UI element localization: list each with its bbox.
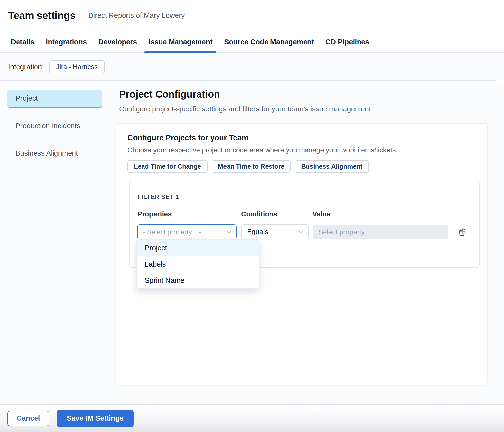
filter-set-card: FILTER SET 1 Properties Conditions Value… (129, 181, 480, 268)
content-area: Project Production Incidents Business Al… (0, 81, 504, 404)
dropdown-option-project[interactable]: Project (137, 240, 259, 256)
integration-badge[interactable]: Jira - Harness (49, 60, 105, 73)
chip-mean-time-to-restore[interactable]: Mean Time to Restore (212, 160, 291, 173)
tab-integrations[interactable]: Integrations (46, 32, 87, 52)
footer-action-bar: Cancel Save IM Settings (0, 404, 504, 432)
title-separator (82, 10, 82, 21)
section-title: Project Configuration (119, 89, 220, 100)
cancel-button[interactable]: Cancel (7, 411, 49, 426)
page-title: Team settings (8, 10, 75, 21)
value-column-label: Value (312, 210, 330, 218)
tab-developers[interactable]: Developers (98, 32, 137, 52)
value-input[interactable] (313, 225, 448, 239)
trash-icon (456, 227, 467, 237)
header: Team settings Direct Reports of Mary Low… (0, 0, 504, 31)
sidebar-item-project[interactable]: Project (7, 90, 102, 108)
card-subtitle: Choose your respective project or code a… (127, 146, 398, 154)
chip-business-alignment[interactable]: Business Alignment (295, 160, 369, 173)
properties-column-label: Properties (138, 210, 172, 218)
chevron-down-icon (298, 229, 304, 235)
section-subtitle: Configure project-specific settings and … (119, 105, 373, 113)
integration-row: Integration: Jira - Harness (0, 53, 504, 80)
chevron-down-icon (226, 229, 232, 235)
tab-source-code-management[interactable]: Source Code Management (224, 32, 314, 52)
tab-issue-management[interactable]: Issue Management (148, 32, 212, 52)
configure-projects-card: Configure Projects for your Team Choose … (116, 123, 488, 385)
delete-filter-button[interactable] (456, 226, 468, 238)
filter-set-title: FILTER SET 1 (138, 193, 179, 200)
save-im-settings-button[interactable]: Save IM Settings (57, 410, 134, 427)
condition-select[interactable]: Equals (241, 224, 309, 239)
card-title: Configure Projects for your Team (127, 133, 248, 142)
condition-select-value: Equals (247, 228, 268, 236)
chip-lead-time-for-change[interactable]: Lead Time for Change (127, 160, 208, 173)
tab-cd-pipelines[interactable]: CD Pipelines (325, 32, 369, 52)
property-dropdown-menu: Project Labels Sprint Name (136, 239, 259, 289)
main-panel: Project Configuration Configure project-… (110, 81, 504, 404)
sidebar: Project Production Incidents Business Al… (0, 81, 110, 392)
sidebar-item-production-incidents[interactable]: Production Incidents (7, 118, 102, 134)
page-subtitle: Direct Reports of Mary Lowery (88, 11, 185, 19)
metric-chip-group: Lead Time for Change Mean Time to Restor… (127, 160, 369, 173)
tab-bar: Details Integrations Developers Issue Ma… (0, 32, 504, 53)
conditions-column-label: Conditions (241, 210, 277, 218)
sidebar-item-business-alignment[interactable]: Business Alignment (7, 145, 102, 161)
integration-label: Integration: (8, 63, 44, 71)
tab-details[interactable]: Details (11, 32, 34, 52)
property-select[interactable]: - Select property... - (137, 224, 237, 240)
team-settings-page: Team settings Direct Reports of Mary Low… (0, 0, 504, 432)
dropdown-option-labels[interactable]: Labels (137, 256, 259, 272)
property-select-placeholder: - Select property... - (143, 228, 201, 236)
dropdown-option-sprint-name[interactable]: Sprint Name (137, 272, 259, 288)
